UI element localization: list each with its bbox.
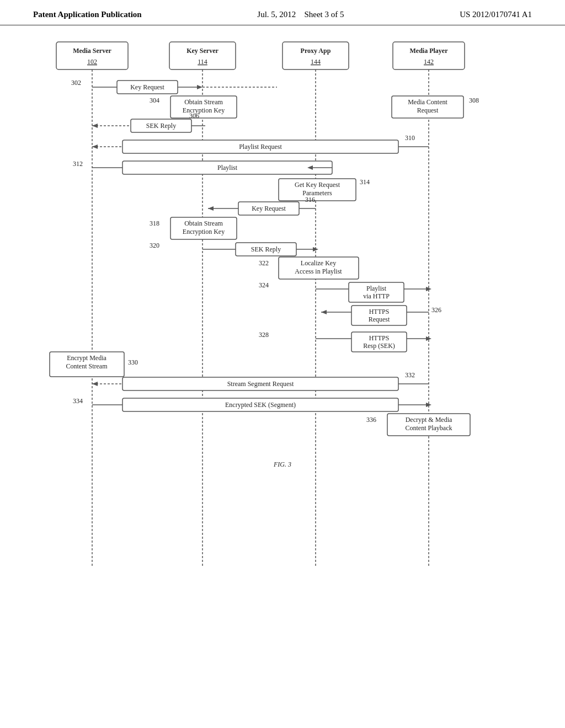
swimlane-label-key-server: Key Server <box>186 47 218 55</box>
step-306-label: 306 <box>189 112 199 120</box>
swimlane-label-media-server: Media Server <box>73 47 111 55</box>
step-308-line2: Request <box>417 106 439 114</box>
arrowhead-316 <box>208 206 214 211</box>
swimlane-ref-142: 142 <box>424 58 434 66</box>
step-316-text: Key Request <box>252 205 286 212</box>
header-center: Jul. 5, 2012 Sheet 3 of 5 <box>257 10 344 19</box>
step-304-label: 304 <box>150 97 159 104</box>
step-322-line1: Localize Key <box>301 259 336 267</box>
step-322-label: 322 <box>259 259 269 267</box>
header-right: US 2012/0170741 A1 <box>460 10 532 19</box>
swimlane-label-proxy-app: Proxy App <box>301 47 331 55</box>
step-328-label: 328 <box>259 331 269 339</box>
swimlane-label-media-player: Media Player <box>410 47 449 55</box>
step-326-line1: HTTPS <box>369 308 390 315</box>
swimlane-ref-114: 114 <box>198 58 207 66</box>
step-324-line1: Playlist <box>366 285 387 292</box>
step-330-line1: Encrypt Media <box>67 354 106 362</box>
step-328-line1: HTTPS <box>369 334 390 342</box>
diagram-area: Media Server 102 Key Server 114 Proxy Ap… <box>0 25 565 698</box>
step-318-line1: Obtain Stream <box>184 220 223 227</box>
step-318-line2: Encryption Key <box>183 228 225 235</box>
arrowhead-306 <box>92 124 98 128</box>
step-312-text: Playlist <box>217 164 238 172</box>
header-sheet: Sheet 3 of 5 <box>304 10 344 19</box>
swimlane-ref-144: 144 <box>311 58 321 66</box>
step-302-label: 302 <box>71 79 81 87</box>
step-306-text: SEK Reply <box>146 122 176 130</box>
swimlane-ref-102: 102 <box>87 58 97 66</box>
arrowhead-302 <box>197 85 202 89</box>
step-326-label: 326 <box>431 306 441 314</box>
step-310-label: 310 <box>405 134 415 142</box>
step-302-text: Key Request <box>130 83 164 91</box>
step-314-label: 314 <box>360 178 370 186</box>
step-330-label: 330 <box>128 358 138 366</box>
step-330-line2: Content Stream <box>66 362 108 370</box>
step-316-label: 316 <box>305 196 315 204</box>
step-336-label: 336 <box>366 416 376 424</box>
step-326-line2: Request <box>369 315 390 323</box>
header-left: Patent Application Publication <box>33 10 142 19</box>
step-332-label: 332 <box>405 371 415 379</box>
step-308-label: 308 <box>469 97 479 104</box>
step-310-text: Playlist Request <box>239 143 282 151</box>
step-320-label: 320 <box>150 242 159 249</box>
arrowhead-326 <box>321 310 327 314</box>
step-336-line1: Decrypt & Media <box>406 416 452 424</box>
step-318-label: 318 <box>150 220 159 227</box>
header-date: Jul. 5, 2012 <box>257 10 296 19</box>
step-324-label: 324 <box>259 281 269 289</box>
step-314-line1: Get Key Request <box>295 181 340 189</box>
step-332-text: Stream Segment Request <box>227 380 294 388</box>
step-324-line2: via HTTP <box>363 292 390 300</box>
step-328-line2: Resp (SEK) <box>363 342 395 350</box>
step-320-text: SEK Reply <box>251 245 281 253</box>
sequence-diagram: Media Server 102 Key Server 114 Proxy Ap… <box>23 36 542 671</box>
step-336-line2: Content Playback <box>406 424 452 432</box>
step-304-line1: Obtain Stream <box>184 98 223 106</box>
arrowhead-310 <box>92 144 98 149</box>
step-308-line1: Media Content <box>408 98 447 106</box>
step-322-line2: Access in Playlist <box>295 267 342 275</box>
figure-label: FIG. 3 <box>273 461 291 468</box>
arrowhead-332 <box>92 382 98 386</box>
step-334-text: Encrypted SEK (Segment) <box>225 401 296 409</box>
step-312-label: 312 <box>73 160 83 168</box>
page-header: Patent Application Publication Jul. 5, 2… <box>0 0 565 25</box>
step-334-label: 334 <box>73 397 83 405</box>
